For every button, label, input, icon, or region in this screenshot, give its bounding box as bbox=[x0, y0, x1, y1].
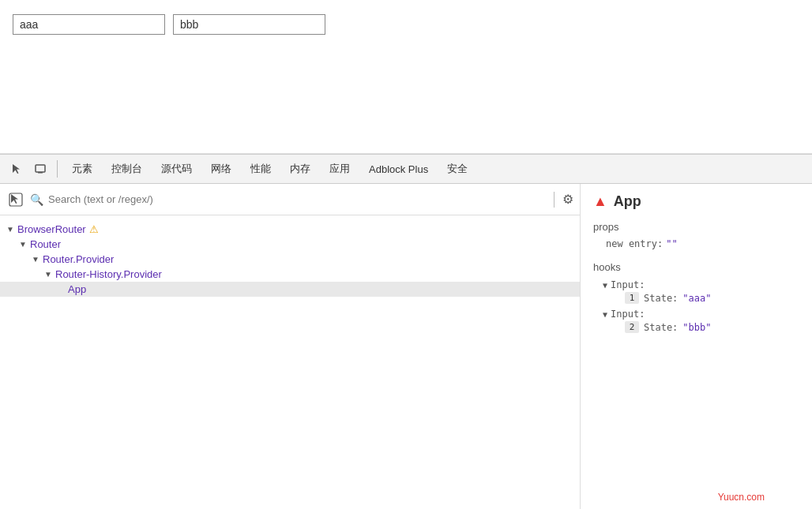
prop-row-0: new entry: "" bbox=[593, 238, 799, 250]
tab-memory[interactable]: 内存 bbox=[282, 159, 318, 179]
component-title: App bbox=[614, 193, 641, 210]
left-panel: 🔍 ⚙ ▼ BrowserRouter ⚠ ▼ Router ▼ bbox=[0, 184, 581, 509]
tab-console[interactable]: 控制台 bbox=[103, 159, 150, 179]
search-separator bbox=[554, 192, 554, 208]
hook-state-val-1: "bbb" bbox=[682, 322, 711, 333]
search-icon: 🔍 bbox=[30, 193, 43, 206]
tab-elements[interactable]: 元素 bbox=[64, 159, 100, 179]
component-warn-icon: ▲ bbox=[593, 193, 607, 210]
tab-sources[interactable]: 源代码 bbox=[153, 159, 200, 179]
hook-state-row-1: 2 State: "bbb" bbox=[603, 320, 799, 335]
tree-arrow-3: ▼ bbox=[44, 270, 55, 279]
svg-rect-1 bbox=[38, 172, 43, 174]
hook-state-row-0: 1 State: "aaa" bbox=[603, 290, 799, 305]
watermark: Yuucn.com bbox=[718, 492, 765, 503]
preview-area bbox=[0, 0, 812, 154]
component-header: ▲ App bbox=[593, 193, 799, 210]
preview-input-2[interactable] bbox=[173, 14, 325, 35]
props-label: props bbox=[593, 221, 799, 233]
tab-performance[interactable]: 性能 bbox=[242, 159, 279, 179]
device-tool-icon[interactable] bbox=[30, 159, 51, 179]
tab-network[interactable]: 网络 bbox=[203, 159, 239, 179]
hook-row-1: ▼ Input: 2 State: "bbb" bbox=[593, 307, 799, 336]
tree-item-router-provider[interactable]: ▼ Router.Provider bbox=[0, 252, 580, 267]
tab-adblock[interactable]: Adblock Plus bbox=[361, 160, 436, 178]
tab-application[interactable]: 应用 bbox=[321, 159, 358, 179]
hook-state-key-0: State: bbox=[644, 293, 678, 304]
tree-item-router-history-provider[interactable]: ▼ Router-History.Provider bbox=[0, 267, 580, 282]
hook-label-1: ▼ Input: bbox=[603, 309, 799, 320]
tree-item-router[interactable]: ▼ Router bbox=[0, 237, 580, 252]
hook-row-0: ▼ Input: 1 State: "aaa" bbox=[593, 278, 799, 307]
component-name-router-history-provider: Router-History.Provider bbox=[55, 268, 162, 280]
component-tree: ▼ BrowserRouter ⚠ ▼ Router ▼ Router.Prov… bbox=[0, 215, 580, 509]
hook-state-key-1: State: bbox=[644, 322, 678, 333]
hook-label-0: ▼ Input: bbox=[603, 279, 799, 290]
inspect-element-icon[interactable] bbox=[6, 190, 25, 209]
hook-arrow-1: ▼ bbox=[603, 310, 607, 319]
right-panel: ▲ App props new entry: "" hooks ▼ Input:… bbox=[581, 184, 812, 509]
devtools-main: 🔍 ⚙ ▼ BrowserRouter ⚠ ▼ Router ▼ bbox=[0, 184, 812, 509]
search-bar: 🔍 ⚙ bbox=[0, 184, 580, 215]
component-name-app: App bbox=[68, 283, 86, 295]
tree-arrow-2: ▼ bbox=[32, 255, 43, 264]
hooks-label: hooks bbox=[593, 261, 799, 273]
preview-input-1[interactable] bbox=[13, 14, 165, 35]
hook-line-num-0: 1 bbox=[625, 292, 639, 304]
prop-key-0: new entry: bbox=[606, 238, 663, 249]
hooks-section: hooks ▼ Input: 1 State: "aaa" ▼ Input: bbox=[593, 261, 799, 336]
hook-state-val-0: "aaa" bbox=[682, 293, 711, 304]
toolbar-separator bbox=[57, 160, 58, 178]
hook-line-num-1: 2 bbox=[625, 321, 639, 333]
component-name-router: Router bbox=[30, 238, 61, 250]
tab-security[interactable]: 安全 bbox=[439, 159, 476, 179]
gear-icon[interactable]: ⚙ bbox=[562, 192, 573, 207]
prop-val-0: "" bbox=[666, 238, 677, 249]
tree-arrow-1: ▼ bbox=[19, 240, 30, 249]
props-section: props new entry: "" bbox=[593, 221, 799, 250]
warning-icon-browserrouter: ⚠ bbox=[89, 223, 99, 235]
search-input[interactable] bbox=[48, 193, 546, 205]
svg-rect-0 bbox=[36, 165, 45, 172]
cursor-tool-icon[interactable] bbox=[6, 159, 27, 179]
tree-arrow-0: ▼ bbox=[6, 225, 17, 234]
component-name-browserrouter: BrowserRouter bbox=[17, 223, 86, 235]
hook-name-0: Input: bbox=[611, 279, 645, 290]
tree-item-app[interactable]: App bbox=[0, 282, 580, 297]
tree-item-browserrouter[interactable]: ▼ BrowserRouter ⚠ bbox=[0, 222, 580, 237]
component-name-router-provider: Router.Provider bbox=[43, 253, 114, 265]
hook-name-1: Input: bbox=[611, 309, 645, 320]
hook-arrow-0: ▼ bbox=[603, 281, 607, 290]
devtools-toolbar: 元素 控制台 源代码 网络 性能 内存 应用 Adblock Plus 安全 bbox=[0, 154, 812, 184]
